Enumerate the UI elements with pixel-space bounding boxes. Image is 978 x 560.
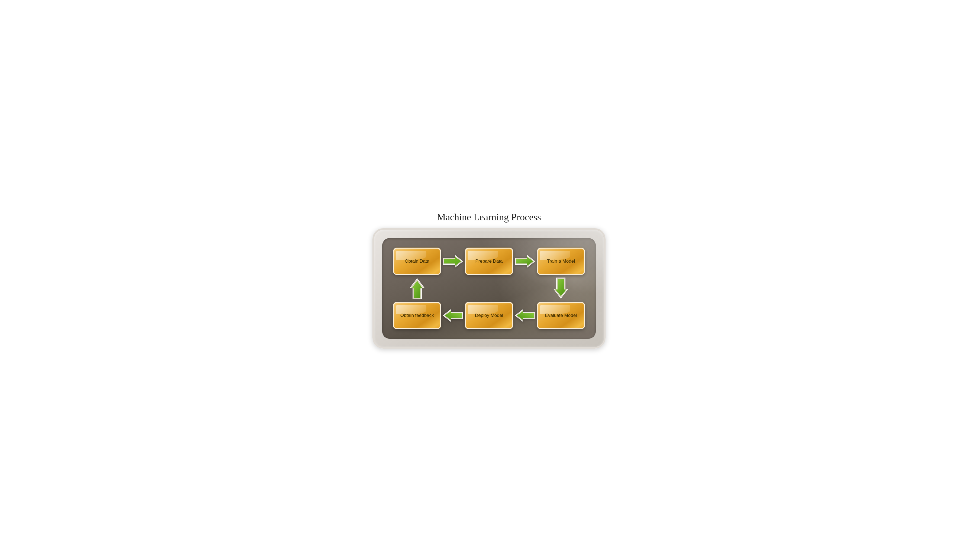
deploy-model-box: Deploy Model <box>465 302 513 329</box>
obtain-data-box: Obtain Data <box>393 248 441 275</box>
train-model-box: Train a Model <box>537 248 585 275</box>
deploy-model-label: Deploy Model <box>475 313 503 318</box>
arrow-up <box>393 275 441 302</box>
prepare-data-label: Prepare Data <box>475 258 503 264</box>
arrow-left-2 <box>513 308 537 323</box>
prepare-data-box: Prepare Data <box>465 248 513 275</box>
evaluate-model-label: Evaluate Model <box>545 313 577 318</box>
page-title: Machine Learning Process <box>372 212 606 223</box>
obtain-feedback-label: Obtain feedback <box>400 313 434 318</box>
obtain-feedback-box: Obtain feedback <box>393 302 441 329</box>
inner-container: Obtain Data <box>382 238 596 339</box>
train-model-label: Train a Model <box>547 258 575 264</box>
obtain-data-label: Obtain Data <box>405 258 429 264</box>
outer-container: Obtain Data <box>372 228 606 348</box>
page-wrapper: Machine Learning Process Obtain Data <box>367 206 611 354</box>
arrow-right-2 <box>513 254 537 268</box>
evaluate-model-box: Evaluate Model <box>537 302 585 329</box>
arrow-left-1 <box>441 308 465 323</box>
arrow-right-1 <box>441 254 465 268</box>
arrow-down <box>537 275 585 302</box>
diagram-grid: Obtain Data <box>393 248 585 329</box>
